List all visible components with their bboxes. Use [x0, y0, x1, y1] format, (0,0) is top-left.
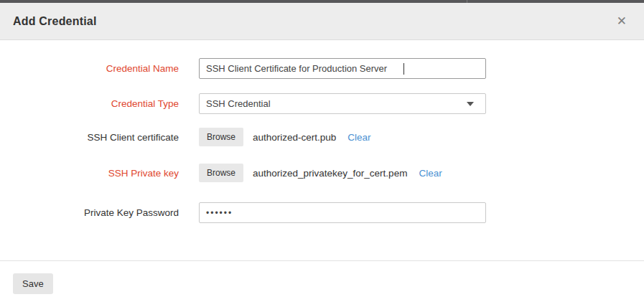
- ssh-private-key-row: SSH Private key Browse authorized_privat…: [0, 164, 644, 182]
- ssh-client-certificate-row: SSH Client certificate Browse authorized…: [0, 128, 644, 146]
- dialog-title: Add Credential: [13, 15, 97, 28]
- credential-type-label: Credential Type: [0, 98, 199, 109]
- ssh-private-key-browse-button[interactable]: Browse: [199, 164, 243, 182]
- private-key-password-input[interactable]: [199, 202, 486, 223]
- ssh-private-key-clear-link[interactable]: Clear: [419, 168, 442, 179]
- chevron-down-icon: [467, 102, 474, 106]
- save-button[interactable]: Save: [13, 273, 53, 294]
- ssh-private-key-label: SSH Private key: [0, 168, 199, 179]
- background-window-edge: [0, 0, 644, 3]
- credential-name-label: Credential Name: [0, 63, 199, 74]
- close-icon[interactable]: ✕: [612, 14, 631, 29]
- ssh-client-certificate-browse-button[interactable]: Browse: [199, 128, 243, 146]
- credential-name-input[interactable]: [199, 58, 486, 79]
- dialog-footer: Save: [0, 260, 644, 302]
- private-key-password-row: Private Key Password: [0, 202, 644, 223]
- credential-type-select[interactable]: SSH Credential: [199, 93, 486, 114]
- credential-form: Credential Name Credential Type SSH Cred…: [0, 40, 644, 260]
- dialog-header: Add Credential ✕: [0, 3, 644, 40]
- ssh-private-key-file-name: authorized_privatekey_for_cert.pem: [253, 168, 407, 179]
- ssh-client-certificate-clear-link[interactable]: Clear: [347, 132, 370, 143]
- credential-name-row: Credential Name: [0, 58, 644, 79]
- add-credential-dialog: Add Credential ✕ Credential Name Credent…: [0, 3, 644, 302]
- ssh-client-certificate-label: SSH Client certificate: [0, 132, 199, 143]
- private-key-password-label: Private Key Password: [0, 207, 199, 218]
- credential-type-selected-value: SSH Credential: [206, 98, 271, 109]
- background-window-divider: [467, 0, 467, 3]
- ssh-client-certificate-file-name: authorized-cert.pub: [253, 132, 336, 143]
- text-cursor: [403, 63, 404, 75]
- credential-type-row: Credential Type SSH Credential: [0, 93, 644, 114]
